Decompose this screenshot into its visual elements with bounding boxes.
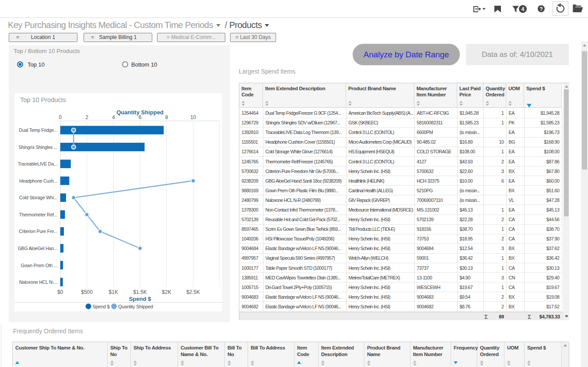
svg-text:10: 10 <box>190 114 196 120</box>
svg-text:?: ? <box>539 6 543 12</box>
svg-text:Spend $: Spend $ <box>129 296 151 302</box>
svg-text:Criterion Pure Fre...: Criterion Pure Fre... <box>19 229 57 234</box>
svg-text:Naloxone HCL N-...: Naloxone HCL N-... <box>19 279 57 285</box>
svg-text:$2K: $2K <box>162 289 171 295</box>
svg-text:6: 6 <box>139 114 142 120</box>
svg-text:8: 8 <box>165 114 168 120</box>
svg-text:Thermometer Ref...: Thermometer Ref... <box>19 212 57 217</box>
svg-text:$2.5K: $2.5K <box>186 289 200 295</box>
svg-text:Cold Storage Whi...: Cold Storage Whi... <box>19 195 57 200</box>
svg-text:0: 0 <box>59 114 62 120</box>
svg-text:$1.5K: $1.5K <box>133 289 147 295</box>
svg-text:$0: $0 <box>57 289 63 295</box>
svg-text:Gown Prem Oth ...: Gown Prem Oth ... <box>21 263 57 268</box>
svg-text:4: 4 <box>112 114 115 120</box>
svg-text:Top 10 Products: Top 10 Products <box>20 96 66 103</box>
svg-text:TraceableLIVE Da...: TraceableLIVE Da... <box>18 161 57 166</box>
svg-text:4: 4 <box>522 6 525 12</box>
svg-text:Spend $: Spend $ <box>93 304 110 309</box>
svg-text:$500: $500 <box>81 289 93 295</box>
svg-text:Dual Temp Fridge...: Dual Temp Fridge... <box>19 127 57 133</box>
svg-text:Quantity Shipped: Quantity Shipped <box>118 304 153 309</box>
svg-text:Headphone Cush...: Headphone Cush... <box>19 178 57 184</box>
svg-text:$1K: $1K <box>109 289 118 295</box>
svg-text:GBG AloeGel Han...: GBG AloeGel Han... <box>18 246 57 251</box>
svg-text:2: 2 <box>85 114 88 120</box>
svg-text:Shingrix Shingles ...: Shingrix Shingles ... <box>18 145 57 150</box>
